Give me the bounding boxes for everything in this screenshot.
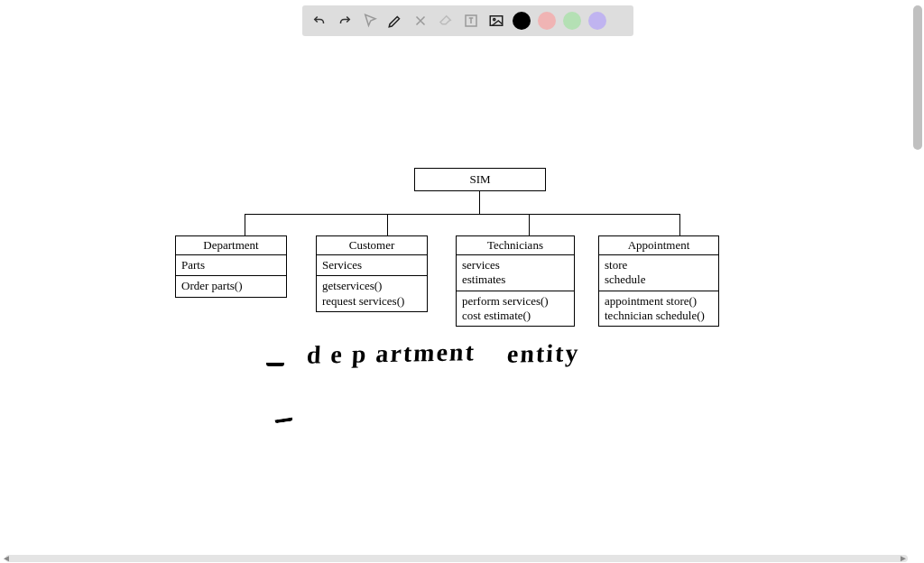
class-operations: perform services() cost estimate() xyxy=(457,291,574,327)
tools-icon[interactable] xyxy=(409,9,432,32)
image-icon[interactable] xyxy=(485,9,508,32)
hand-dash xyxy=(266,357,284,366)
class-box-department: Department Parts Order parts() xyxy=(175,235,287,298)
connector xyxy=(387,214,388,235)
connector xyxy=(245,214,245,235)
scroll-left-icon[interactable]: ◄ xyxy=(2,553,11,563)
class-title: Appointment xyxy=(599,236,718,255)
eraser-icon[interactable] xyxy=(434,9,457,32)
whiteboard-canvas[interactable]: SIM Department Parts Order parts() Custo… xyxy=(0,0,924,563)
pointer-icon[interactable] xyxy=(358,9,382,32)
svg-point-2 xyxy=(494,18,495,20)
class-attributes: Services xyxy=(317,255,427,276)
undo-icon[interactable] xyxy=(308,9,331,32)
toolbar xyxy=(302,5,633,36)
class-title: Department xyxy=(176,236,286,255)
class-attributes: services estimates xyxy=(457,255,574,291)
color-pink[interactable] xyxy=(535,9,559,32)
class-box-technicians: Technicians services estimates perform s… xyxy=(456,235,575,327)
class-operations: getservices() request services() xyxy=(317,276,427,311)
class-operations: Order parts() xyxy=(176,276,286,296)
class-attributes: Parts xyxy=(176,255,286,276)
handwriting-word: entity xyxy=(506,338,580,368)
class-title: SIM xyxy=(469,172,490,186)
handwriting-word: d e p artment xyxy=(306,337,476,369)
scroll-right-icon[interactable]: ► xyxy=(899,553,908,563)
class-box-appointment: Appointment store schedule appointment s… xyxy=(598,235,719,327)
color-purple[interactable] xyxy=(586,9,609,32)
horizontal-scrollbar[interactable] xyxy=(5,555,908,562)
color-green[interactable] xyxy=(560,9,584,32)
connector xyxy=(679,214,680,235)
color-black[interactable] xyxy=(510,9,533,32)
svg-rect-1 xyxy=(490,16,503,26)
pen-icon[interactable] xyxy=(383,9,407,32)
vertical-scrollbar[interactable] xyxy=(913,5,922,150)
text-icon[interactable] xyxy=(459,9,483,32)
class-box-sim: SIM xyxy=(414,168,546,191)
connector xyxy=(479,190,480,214)
connector xyxy=(245,214,680,215)
redo-icon[interactable] xyxy=(333,9,356,32)
class-operations: appointment store() technician schedule(… xyxy=(599,291,718,327)
class-attributes: store schedule xyxy=(599,255,718,291)
class-title: Technicians xyxy=(457,236,574,255)
hand-dash xyxy=(273,412,292,424)
class-title: Customer xyxy=(317,236,427,255)
class-box-customer: Customer Services getservices() request … xyxy=(316,235,428,312)
connector xyxy=(529,214,530,235)
